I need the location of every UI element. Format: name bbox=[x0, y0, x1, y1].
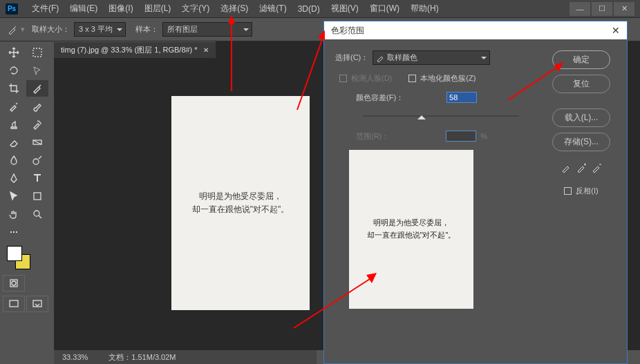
menu-select[interactable]: 选择(S) bbox=[215, 0, 254, 17]
menu-type[interactable]: 文字(Y) bbox=[176, 0, 215, 17]
quick-mask-toggle[interactable] bbox=[3, 275, 25, 291]
svg-point-4 bbox=[34, 211, 39, 216]
ok-button[interactable]: 确定 bbox=[552, 50, 610, 69]
healing-brush-tool[interactable] bbox=[3, 98, 25, 115]
gradient-tool[interactable] bbox=[26, 134, 48, 151]
select-label: 选择(C)： bbox=[335, 52, 368, 63]
invert-checkbox[interactable] bbox=[564, 187, 572, 195]
hand-tool[interactable] bbox=[3, 206, 25, 222]
path-select-tool[interactable] bbox=[3, 188, 25, 204]
detect-faces-label: 检测人脸(D) bbox=[351, 73, 392, 84]
crop-tool[interactable] bbox=[3, 80, 25, 97]
document-tab[interactable]: timg (7).jpg @ 33.3% (图层 1, RGB/8#) * ✕ bbox=[54, 41, 216, 58]
window-minimize-button[interactable]: — bbox=[570, 2, 590, 16]
dialog-titlebar[interactable]: 色彩范围 ✕ bbox=[324, 21, 627, 39]
preview-text-line2: 却一直在跟他说"对不起"。 bbox=[367, 229, 456, 242]
eraser-tool[interactable] bbox=[3, 134, 25, 151]
zoom-level[interactable]: 33.33% bbox=[62, 353, 88, 361]
sample-dropdown[interactable]: 所有图层 bbox=[162, 22, 252, 37]
menu-file[interactable]: 文件(F) bbox=[26, 0, 64, 17]
canvas[interactable]: 明明是为他受尽委屈， 却一直在跟他说"对不起"。 bbox=[171, 96, 310, 310]
invert-label: 反相(I) bbox=[576, 186, 598, 196]
eyedropper-add-icon[interactable] bbox=[576, 162, 587, 173]
eyedropper-sample-icon[interactable] bbox=[561, 162, 572, 173]
quick-select-tool[interactable] bbox=[26, 62, 48, 79]
menu-layer[interactable]: 图层(L) bbox=[139, 0, 177, 17]
slider-thumb-icon[interactable] bbox=[417, 111, 426, 119]
window-close-button[interactable]: ✕ bbox=[614, 2, 634, 16]
eyedropper-tool[interactable] bbox=[26, 80, 48, 97]
load-button[interactable]: 载入(L)... bbox=[552, 108, 610, 127]
localized-label: 本地化颜色簇(Z) bbox=[420, 73, 476, 84]
edit-toolbar[interactable] bbox=[3, 224, 25, 240]
foreground-color-swatch[interactable] bbox=[7, 246, 22, 261]
detect-faces-checkbox bbox=[339, 75, 347, 82]
svg-rect-7 bbox=[10, 300, 18, 307]
range-input bbox=[446, 131, 476, 142]
fuzziness-label: 颜色容差(F)： bbox=[356, 93, 404, 103]
sample-label: 样本： bbox=[135, 24, 158, 35]
menu-help[interactable]: 帮助(H) bbox=[405, 0, 444, 17]
canvas-text-line1: 明明是为他受尽委屈， bbox=[192, 190, 290, 203]
svg-point-2 bbox=[33, 159, 39, 164]
blur-tool[interactable] bbox=[3, 152, 25, 169]
fuzziness-slider[interactable] bbox=[363, 111, 519, 121]
reset-button[interactable]: 复位 bbox=[552, 75, 610, 93]
screen-mode-menu[interactable] bbox=[26, 296, 48, 312]
sample-size-label: 取样大小： bbox=[32, 24, 70, 35]
clone-stamp-tool[interactable] bbox=[3, 116, 25, 133]
localized-checkbox[interactable] bbox=[408, 75, 416, 82]
dodge-tool[interactable] bbox=[26, 152, 48, 169]
menu-bar: Ps 文件(F) 编辑(E) 图像(I) 图层(L) 文字(Y) 选择(S) 滤… bbox=[0, 0, 640, 18]
window-maximize-button[interactable]: ☐ bbox=[592, 2, 612, 16]
range-unit: % bbox=[480, 132, 487, 140]
history-brush-tool[interactable] bbox=[26, 116, 48, 133]
preview-text-line1: 明明是为他受尽委屈， bbox=[367, 217, 456, 229]
canvas-text-line2: 却一直在跟他说"对不起"。 bbox=[192, 203, 290, 216]
eyedropper-tool-icon bbox=[7, 24, 18, 35]
select-dropdown[interactable]: 取样颜色 bbox=[373, 50, 490, 65]
menu-3d[interactable]: 3D(D) bbox=[292, 1, 326, 17]
zoom-tool[interactable] bbox=[26, 206, 48, 222]
range-label: 范围(R)： bbox=[356, 131, 389, 142]
document-tab-title: timg (7).jpg @ 33.3% (图层 1, RGB/8#) * bbox=[61, 45, 198, 55]
marquee-tool[interactable] bbox=[26, 44, 48, 61]
selection-preview[interactable]: 明明是为他受尽委屈， 却一直在跟他说"对不起"。 bbox=[349, 150, 473, 309]
status-bar: 33.33% 文档：1.51M/3.02M bbox=[54, 350, 317, 364]
svg-rect-3 bbox=[34, 193, 41, 200]
color-range-dialog: 色彩范围 ✕ 选择(C)： 取样颜色 检测人脸(D) 本地化颜色簇(Z) 颜色容… bbox=[323, 21, 628, 364]
menu-view[interactable]: 视图(V) bbox=[326, 0, 364, 17]
save-button[interactable]: 存储(S)... bbox=[552, 133, 610, 151]
eyedropper-subtract-icon[interactable] bbox=[591, 162, 602, 173]
ps-logo-icon: Ps bbox=[6, 3, 18, 15]
dialog-title-text: 色彩范围 bbox=[331, 25, 364, 37]
svg-point-6 bbox=[12, 281, 16, 285]
svg-rect-0 bbox=[33, 48, 41, 57]
fuzziness-input[interactable] bbox=[446, 92, 477, 103]
text-tool[interactable] bbox=[26, 170, 48, 186]
menu-filter[interactable]: 滤镜(T) bbox=[254, 0, 292, 17]
eyedropper-icon bbox=[376, 54, 384, 62]
dialog-close-button[interactable]: ✕ bbox=[612, 25, 620, 36]
shape-tool[interactable] bbox=[26, 188, 48, 204]
menu-edit[interactable]: 编辑(E) bbox=[64, 0, 103, 17]
screen-mode-toggle[interactable] bbox=[3, 296, 25, 312]
color-swatches[interactable] bbox=[3, 246, 48, 271]
sample-size-dropdown[interactable]: 3 x 3 平均 bbox=[74, 22, 126, 37]
menu-window[interactable]: 窗口(W) bbox=[364, 0, 405, 17]
tools-panel bbox=[0, 41, 51, 315]
pen-tool[interactable] bbox=[3, 170, 25, 186]
move-tool[interactable] bbox=[3, 44, 25, 61]
doc-size-info[interactable]: 文档：1.51M/3.02M bbox=[109, 352, 176, 363]
menu-image[interactable]: 图像(I) bbox=[103, 0, 138, 17]
document-tab-close-icon[interactable]: ✕ bbox=[203, 46, 209, 54]
lasso-tool[interactable] bbox=[3, 62, 25, 79]
brush-tool[interactable] bbox=[26, 98, 48, 115]
